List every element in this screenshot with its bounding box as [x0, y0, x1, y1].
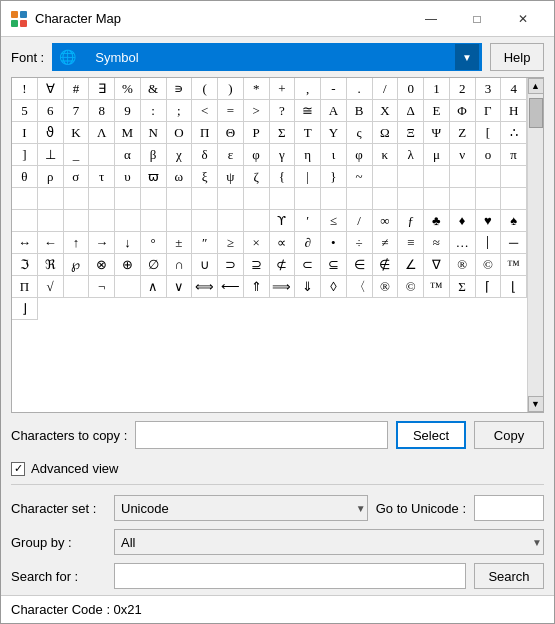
char-cell[interactable]: Ν: [141, 122, 167, 144]
char-cell[interactable]: 9: [115, 100, 141, 122]
char-cell[interactable]: φ: [347, 144, 373, 166]
char-cell[interactable]: ν: [450, 144, 476, 166]
char-cell[interactable]: ⌊: [501, 276, 527, 298]
advanced-view-label[interactable]: Advanced view: [31, 461, 118, 476]
char-cell[interactable]: ⊆: [321, 254, 347, 276]
char-cell[interactable]: ¬: [89, 276, 115, 298]
char-cell[interactable]: ƒ: [398, 210, 424, 232]
char-cell[interactable]: _: [64, 144, 90, 166]
char-cell[interactable]: ⊄: [270, 254, 296, 276]
char-cell[interactable]: ∨: [167, 276, 193, 298]
char-cell[interactable]: π: [501, 144, 527, 166]
char-cell[interactable]: ↑: [64, 232, 90, 254]
char-cell[interactable]: ∴: [501, 122, 527, 144]
char-cell[interactable]: ≤: [321, 210, 347, 232]
char-cell[interactable]: [501, 188, 527, 210]
scroll-up-button[interactable]: ▲: [528, 78, 544, 94]
maximize-button[interactable]: □: [454, 6, 500, 32]
char-cell[interactable]: Φ: [450, 100, 476, 122]
char-cell[interactable]: ϖ: [141, 166, 167, 188]
char-cell[interactable]: }: [321, 166, 347, 188]
char-cell[interactable]: Υ: [321, 122, 347, 144]
char-cell[interactable]: [89, 210, 115, 232]
char-cell[interactable]: [501, 166, 527, 188]
char-cell[interactable]: [244, 210, 270, 232]
group-by-select[interactable]: All Unicode subrange Unicode block: [114, 529, 544, 555]
char-cell[interactable]: ⊕: [115, 254, 141, 276]
char-cell[interactable]: Ο: [167, 122, 193, 144]
char-cell[interactable]: =: [218, 100, 244, 122]
char-cell[interactable]: ϒ: [270, 210, 296, 232]
char-cell[interactable]: [321, 188, 347, 210]
char-cell[interactable]: 5: [12, 100, 38, 122]
character-set-select[interactable]: Unicode Windows: Western DOS: US ISO 885…: [114, 495, 368, 521]
char-cell[interactable]: [115, 188, 141, 210]
char-cell[interactable]: [476, 166, 502, 188]
char-cell[interactable]: ρ: [38, 166, 64, 188]
char-cell[interactable]: ♠: [501, 210, 527, 232]
char-cell[interactable]: >: [244, 100, 270, 122]
char-cell[interactable]: ⌋: [12, 298, 38, 320]
char-cell[interactable]: 0: [398, 78, 424, 100]
char-cell[interactable]: [218, 188, 244, 210]
char-cell[interactable]: [: [476, 122, 502, 144]
char-cell[interactable]: /: [347, 210, 373, 232]
char-cell[interactable]: ∧: [141, 276, 167, 298]
char-cell[interactable]: ∠: [398, 254, 424, 276]
char-cell[interactable]: Μ: [115, 122, 141, 144]
char-cell[interactable]: ]: [12, 144, 38, 166]
char-cell[interactable]: %: [115, 78, 141, 100]
char-cell[interactable]: Σ: [270, 122, 296, 144]
char-cell[interactable]: ω: [167, 166, 193, 188]
char-cell[interactable]: θ: [12, 166, 38, 188]
char-cell[interactable]: Κ: [64, 122, 90, 144]
char-cell[interactable]: !: [12, 78, 38, 100]
char-cell[interactable]: ≅: [295, 100, 321, 122]
char-cell[interactable]: Ε: [424, 100, 450, 122]
char-cell[interactable]: Χ: [373, 100, 399, 122]
scrollbar[interactable]: ▲ ▼: [527, 78, 543, 412]
char-cell[interactable]: φ: [244, 144, 270, 166]
char-cell[interactable]: [115, 276, 141, 298]
char-cell[interactable]: [270, 188, 296, 210]
char-cell[interactable]: Σ: [450, 276, 476, 298]
char-cell[interactable]: ⊂: [295, 254, 321, 276]
char-cell[interactable]: υ: [115, 166, 141, 188]
char-cell[interactable]: [424, 188, 450, 210]
char-cell[interactable]: κ: [373, 144, 399, 166]
char-cell[interactable]: .: [347, 78, 373, 100]
char-cell[interactable]: ∀: [38, 78, 64, 100]
char-cell[interactable]: ⇓: [295, 276, 321, 298]
char-cell[interactable]: [244, 188, 270, 210]
char-cell[interactable]: η: [295, 144, 321, 166]
char-cell[interactable]: ⇑: [244, 276, 270, 298]
char-cell[interactable]: Θ: [218, 122, 244, 144]
char-cell[interactable]: ′: [295, 210, 321, 232]
char-cell[interactable]: ⟺: [192, 276, 218, 298]
char-cell[interactable]: [12, 210, 38, 232]
char-cell[interactable]: /: [373, 78, 399, 100]
char-cell[interactable]: ∝: [270, 232, 296, 254]
char-cell[interactable]: γ: [270, 144, 296, 166]
char-cell[interactable]: [373, 188, 399, 210]
char-cell[interactable]: &: [141, 78, 167, 100]
char-cell[interactable]: 〈: [347, 276, 373, 298]
char-cell[interactable]: τ: [89, 166, 115, 188]
char-cell[interactable]: [38, 188, 64, 210]
char-cell[interactable]: [192, 210, 218, 232]
char-cell[interactable]: 6: [38, 100, 64, 122]
char-cell[interactable]: ι: [321, 144, 347, 166]
char-cell[interactable]: ,: [295, 78, 321, 100]
scroll-thumb[interactable]: [529, 98, 543, 128]
char-cell[interactable]: ℘: [64, 254, 90, 276]
char-cell[interactable]: χ: [167, 144, 193, 166]
char-cell[interactable]: Ρ: [244, 122, 270, 144]
char-cell[interactable]: ™: [424, 276, 450, 298]
char-cell[interactable]: 2: [450, 78, 476, 100]
char-cell[interactable]: ®: [450, 254, 476, 276]
char-cell[interactable]: Τ: [295, 122, 321, 144]
char-cell[interactable]: (: [192, 78, 218, 100]
char-cell[interactable]: ∃: [89, 78, 115, 100]
char-cell[interactable]: ψ: [218, 166, 244, 188]
char-cell[interactable]: [450, 166, 476, 188]
